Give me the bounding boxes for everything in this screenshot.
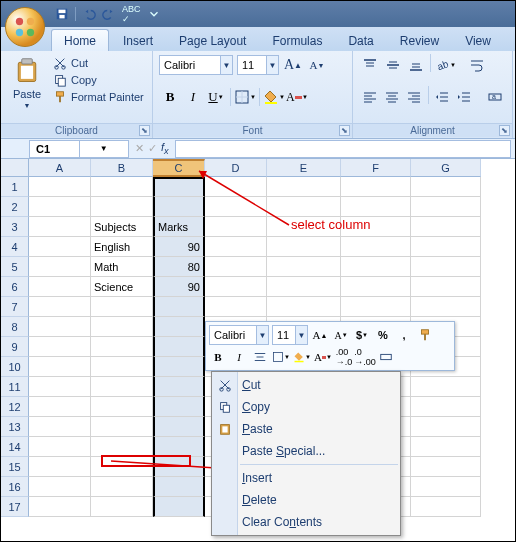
chevron-down-icon[interactable]: ▼ — [266, 56, 278, 74]
align-center-button[interactable] — [381, 86, 402, 108]
cell-D5[interactable] — [205, 257, 267, 277]
cell-C17[interactable] — [153, 497, 205, 517]
cell-C8[interactable] — [153, 317, 205, 337]
mini-italic[interactable]: I — [230, 348, 248, 366]
row-header-13[interactable]: 13 — [1, 417, 29, 437]
font-name-input[interactable] — [160, 56, 220, 74]
cell-C3[interactable]: Marks — [153, 217, 205, 237]
cell-B2[interactable] — [91, 197, 153, 217]
copy-button[interactable]: Copy — [53, 73, 144, 87]
font-dialog-launcher[interactable]: ⬊ — [339, 125, 350, 136]
cell-B5[interactable]: Math — [91, 257, 153, 277]
row-header-17[interactable]: 17 — [1, 497, 29, 517]
cell-A17[interactable] — [29, 497, 91, 517]
row-header-14[interactable]: 14 — [1, 437, 29, 457]
cell-B4[interactable]: English — [91, 237, 153, 257]
cell-E1[interactable] — [267, 177, 341, 197]
bold-button[interactable]: B — [159, 86, 181, 108]
cell-C2[interactable] — [153, 197, 205, 217]
cell-D4[interactable] — [205, 237, 267, 257]
cell-B9[interactable] — [91, 337, 153, 357]
cell-G2[interactable] — [411, 197, 481, 217]
mini-percent-button[interactable]: % — [374, 326, 392, 344]
row-header-6[interactable]: 6 — [1, 277, 29, 297]
cell-C4[interactable]: 90 — [153, 237, 205, 257]
fx-icon[interactable]: fx — [161, 141, 169, 156]
save-icon[interactable] — [55, 7, 69, 21]
formula-input[interactable] — [175, 140, 511, 158]
col-header-G[interactable]: G — [411, 159, 481, 177]
cell-F4[interactable] — [341, 237, 411, 257]
tab-formulas[interactable]: Formulas — [260, 30, 334, 51]
font-size-combo[interactable]: ▼ — [237, 55, 279, 75]
fill-color-button[interactable]: ▼ — [263, 86, 285, 108]
cell-C14[interactable] — [153, 437, 205, 457]
cell-B14[interactable] — [91, 437, 153, 457]
italic-button[interactable]: I — [182, 86, 204, 108]
cell-B15[interactable] — [91, 457, 153, 477]
cut-button[interactable]: Cut — [53, 56, 144, 70]
cell-E2[interactable] — [267, 197, 341, 217]
underline-button[interactable]: U▼ — [205, 86, 227, 108]
font-size-input[interactable] — [238, 56, 266, 74]
cell-C1[interactable] — [153, 177, 205, 197]
cell-E4[interactable] — [267, 237, 341, 257]
font-name-combo[interactable]: ▼ — [159, 55, 233, 75]
align-bottom-button[interactable] — [405, 54, 427, 76]
mini-fill-color[interactable]: ▼ — [293, 348, 311, 366]
cell-D2[interactable] — [205, 197, 267, 217]
cell-F2[interactable] — [341, 197, 411, 217]
cell-E7[interactable] — [267, 297, 341, 317]
cell-B17[interactable] — [91, 497, 153, 517]
cell-B11[interactable] — [91, 377, 153, 397]
spellcheck-icon[interactable]: ABC✓ — [122, 4, 141, 24]
cell-G15[interactable] — [411, 457, 481, 477]
row-header-5[interactable]: 5 — [1, 257, 29, 277]
tab-page-layout[interactable]: Page Layout — [167, 30, 258, 51]
row-header-8[interactable]: 8 — [1, 317, 29, 337]
cell-C15[interactable] — [153, 457, 205, 477]
tab-home[interactable]: Home — [51, 29, 109, 51]
row-header-2[interactable]: 2 — [1, 197, 29, 217]
row-header-12[interactable]: 12 — [1, 397, 29, 417]
increase-indent-button[interactable] — [454, 86, 475, 108]
mini-comma-button[interactable]: , — [395, 326, 413, 344]
cell-G17[interactable] — [411, 497, 481, 517]
ctx-copy[interactable]: Copy — [212, 396, 400, 418]
align-top-button[interactable] — [359, 54, 381, 76]
cell-A7[interactable] — [29, 297, 91, 317]
name-box[interactable]: C1▼ — [29, 140, 129, 158]
redo-icon[interactable] — [102, 7, 116, 21]
cell-C12[interactable] — [153, 397, 205, 417]
cell-A10[interactable] — [29, 357, 91, 377]
cell-E6[interactable] — [267, 277, 341, 297]
shrink-font-button[interactable]: A▼ — [307, 55, 327, 75]
ctx-delete[interactable]: Delete — [212, 489, 400, 511]
cell-B6[interactable]: Science — [91, 277, 153, 297]
cell-G4[interactable] — [411, 237, 481, 257]
cell-A4[interactable] — [29, 237, 91, 257]
ctx-insert[interactable]: Insert — [212, 467, 400, 489]
row-header-10[interactable]: 10 — [1, 357, 29, 377]
mini-font-combo[interactable]: ▼ — [209, 325, 269, 345]
merge-center-button[interactable]: a — [485, 86, 506, 108]
chevron-down-icon[interactable]: ▼ — [220, 56, 232, 74]
ctx-paste-special[interactable]: Paste Special... — [212, 440, 400, 462]
tab-view[interactable]: View — [453, 30, 503, 51]
row-header-7[interactable]: 7 — [1, 297, 29, 317]
cell-A11[interactable] — [29, 377, 91, 397]
row-header-16[interactable]: 16 — [1, 477, 29, 497]
cell-G16[interactable] — [411, 477, 481, 497]
cell-B3[interactable]: Subjects — [91, 217, 153, 237]
cell-G12[interactable] — [411, 397, 481, 417]
cell-D3[interactable] — [205, 217, 267, 237]
cell-G11[interactable] — [411, 377, 481, 397]
cell-C10[interactable] — [153, 357, 205, 377]
align-right-button[interactable] — [403, 86, 424, 108]
mini-merge[interactable] — [377, 348, 395, 366]
cell-A14[interactable] — [29, 437, 91, 457]
mini-increase-decimal[interactable]: .0→.00 — [356, 348, 374, 366]
orientation-button[interactable]: ab▼ — [434, 54, 456, 76]
mini-format-painter[interactable] — [416, 326, 434, 344]
row-header-4[interactable]: 4 — [1, 237, 29, 257]
